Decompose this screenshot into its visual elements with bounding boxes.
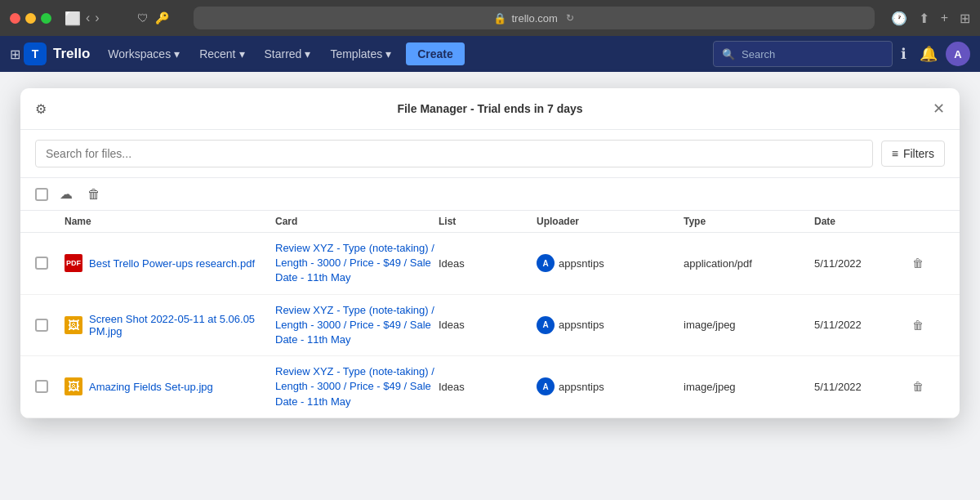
select-all-checkbox[interactable] [35, 188, 48, 201]
info-icon[interactable]: ℹ [896, 42, 911, 66]
history-icon[interactable]: 🕐 [891, 11, 907, 26]
templates-menu[interactable]: Templates ▾ [322, 42, 399, 65]
card-link-0[interactable]: Review XYZ - Type (note-taking) / Length… [275, 241, 439, 286]
trello-logo-icon: T [24, 42, 47, 65]
page-content: ⚙ File Manager - Trial ends in 7 days ✕ … [0, 72, 980, 500]
new-tab-icon[interactable]: + [941, 11, 948, 25]
browser-controls: ⬜ ‹ › [65, 11, 100, 26]
date-cell-2: 5/11/2022 [814, 381, 912, 393]
chevron-down-icon: ▾ [305, 47, 310, 60]
modal-header: ⚙ File Manager - Trial ends in 7 days ✕ [20, 88, 960, 130]
avatar[interactable]: A [946, 42, 970, 66]
url-text: trello.com [511, 12, 557, 25]
delete-file-button-1[interactable]: 🗑 [912, 319, 945, 332]
starred-menu[interactable]: Starred ▾ [256, 42, 319, 65]
row-checkbox-2[interactable] [35, 380, 65, 393]
file-table: Name Card List Uploader Type Date PDF Be… [20, 211, 960, 418]
nav-back-icon[interactable]: ‹ [86, 11, 90, 25]
share-icon[interactable]: ⬆ [919, 11, 929, 26]
search-icon: 🔍 [722, 48, 735, 60]
col-date-header: Date [814, 216, 912, 227]
image-icon: 🖼 [65, 316, 82, 334]
chevron-down-icon: ▾ [385, 47, 391, 60]
trello-logo: T Trello [24, 42, 90, 65]
grid-icon[interactable]: ⊞ [960, 11, 970, 26]
sidebar-toggle-icon[interactable]: ⬜ [65, 11, 81, 26]
modal-header-left: ⚙ [35, 101, 47, 117]
lock-icon: 🔒 [493, 12, 506, 25]
file-search-input[interactable] [35, 140, 873, 167]
pdf-icon: PDF [65, 254, 82, 272]
file-manager-modal: ⚙ File Manager - Trial ends in 7 days ✕ … [20, 88, 960, 418]
image-icon: 🖼 [65, 377, 82, 395]
card-link-2[interactable]: Review XYZ - Type (note-taking) / Length… [275, 364, 439, 409]
filter-icon: ≡ [892, 147, 898, 160]
upload-icon[interactable]: ☁ [56, 185, 76, 203]
modal-title: File Manager - Trial ends in 7 days [397, 102, 582, 115]
table-row: 🖼 Screen Shot 2022-05-11 at 5.06.05 PM.j… [20, 295, 960, 357]
recent-menu[interactable]: Recent ▾ [191, 42, 252, 65]
delete-file-button-2[interactable]: 🗑 [912, 380, 945, 393]
browser-chrome: ⬜ ‹ › 🛡 🔑 🔒 trello.com ↻ 🕐 ⬆ + ⊞ [0, 0, 980, 36]
chevron-down-icon: ▾ [174, 47, 180, 60]
maximize-button[interactable] [41, 13, 51, 24]
shield-icon: 🛡 [137, 11, 149, 25]
file-name-2[interactable]: 🖼 Amazing Fields Set-up.jpg [65, 377, 275, 395]
browser-right-icons: 🕐 ⬆ + ⊞ [891, 11, 970, 26]
minimize-button[interactable] [25, 13, 36, 24]
col-type-header: Type [684, 216, 814, 227]
col-card-header: Card [275, 216, 439, 227]
create-button[interactable]: Create [406, 42, 465, 65]
file-name-1[interactable]: 🖼 Screen Shot 2022-05-11 at 5.06.05 PM.j… [65, 313, 275, 337]
uploader-avatar: A [537, 377, 555, 395]
row-checkbox-0[interactable] [35, 257, 65, 270]
uploader-cell-2: A appsntips [537, 377, 684, 395]
list-cell-1: Ideas [439, 319, 537, 331]
table-header: Name Card List Uploader Type Date [20, 211, 960, 233]
card-link-1[interactable]: Review XYZ - Type (note-taking) / Length… [275, 303, 439, 348]
file-name-0[interactable]: PDF Best Trello Power-ups research.pdf [65, 254, 275, 272]
nav-forward-icon[interactable]: › [95, 11, 99, 25]
table-row: PDF Best Trello Power-ups research.pdf R… [20, 233, 960, 295]
row-checkbox-1[interactable] [35, 319, 65, 332]
close-icon[interactable]: ✕ [933, 100, 945, 118]
bitwarden-icon: 🔑 [155, 11, 169, 25]
trello-logo-text: Trello [53, 46, 90, 62]
modal-overlay: ⚙ File Manager - Trial ends in 7 days ✕ … [16, 88, 964, 484]
col-name-header: Name [65, 216, 275, 227]
list-cell-2: Ideas [439, 381, 537, 393]
type-cell-2: image/jpeg [684, 381, 814, 393]
file-rows-container: PDF Best Trello Power-ups research.pdf R… [20, 233, 960, 418]
col-uploader-header: Uploader [537, 216, 684, 227]
uploader-cell-0: A appsntips [537, 254, 684, 272]
notifications-icon[interactable]: 🔔 [915, 42, 942, 66]
trello-navbar: ⊞ T Trello Workspaces ▾ Recent ▾ Starred… [0, 36, 980, 72]
address-bar[interactable]: 🔒 trello.com ↻ [194, 7, 875, 29]
apps-icon[interactable]: ⊞ [10, 47, 20, 62]
table-row: 🖼 Amazing Fields Set-up.jpg Review XYZ -… [20, 356, 960, 418]
filters-button[interactable]: ≡ Filters [881, 141, 945, 167]
type-cell-0: application/pdf [684, 257, 814, 270]
uploader-avatar: A [537, 254, 555, 272]
search-bar[interactable]: 🔍 Search [713, 41, 893, 67]
date-cell-1: 5/11/2022 [814, 319, 912, 331]
uploader-cell-1: A appsntips [537, 316, 684, 334]
list-cell-0: Ideas [439, 257, 537, 270]
refresh-icon[interactable]: ↻ [566, 12, 574, 24]
workspaces-menu[interactable]: Workspaces ▾ [100, 42, 188, 65]
close-button[interactable] [10, 13, 20, 24]
date-cell-0: 5/11/2022 [814, 257, 912, 270]
traffic-lights [10, 13, 51, 24]
type-cell-1: image/jpeg [684, 319, 814, 331]
delete-file-button-0[interactable]: 🗑 [912, 257, 945, 270]
toolbar-row: ☁ 🗑 [20, 178, 960, 211]
delete-icon[interactable]: 🗑 [84, 185, 104, 203]
col-list-header: List [439, 216, 537, 227]
gear-icon[interactable]: ⚙ [35, 101, 47, 117]
uploader-avatar: A [537, 316, 555, 334]
search-row: ≡ Filters [20, 130, 960, 178]
chevron-down-icon: ▾ [239, 47, 245, 60]
